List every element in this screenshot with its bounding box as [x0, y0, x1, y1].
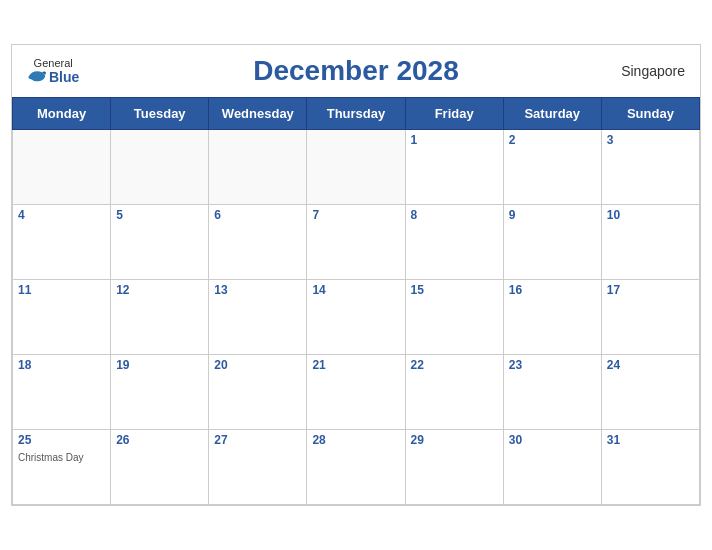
logo: General Blue: [27, 58, 79, 84]
calendar-cell: 1: [405, 130, 503, 205]
calendar-title: December 2028: [253, 55, 458, 87]
calendar-cell: 10: [601, 205, 699, 280]
day-number: 23: [509, 358, 596, 372]
week-row-4: 18192021222324: [13, 355, 700, 430]
day-number: 15: [411, 283, 498, 297]
day-number: 16: [509, 283, 596, 297]
day-number: 13: [214, 283, 301, 297]
calendar-cell: 22: [405, 355, 503, 430]
week-row-5: 25Christmas Day262728293031: [13, 430, 700, 505]
day-number: 6: [214, 208, 301, 222]
calendar-cell: 17: [601, 280, 699, 355]
calendar-cell: 13: [209, 280, 307, 355]
calendar-cell: 11: [13, 280, 111, 355]
day-number: 2: [509, 133, 596, 147]
calendar-cell: 8: [405, 205, 503, 280]
day-number: 8: [411, 208, 498, 222]
calendar-cell: 3: [601, 130, 699, 205]
calendar-header: General Blue December 2028 Singapore: [12, 45, 700, 97]
weekday-tuesday: Tuesday: [111, 98, 209, 130]
day-number: 9: [509, 208, 596, 222]
day-number: 18: [18, 358, 105, 372]
calendar-cell: 30: [503, 430, 601, 505]
weekday-thursday: Thursday: [307, 98, 405, 130]
calendar-cell: 18: [13, 355, 111, 430]
calendar-cell: [209, 130, 307, 205]
day-number: 24: [607, 358, 694, 372]
day-number: 29: [411, 433, 498, 447]
weekday-friday: Friday: [405, 98, 503, 130]
calendar-cell: 27: [209, 430, 307, 505]
day-number: 22: [411, 358, 498, 372]
day-number: 28: [312, 433, 399, 447]
calendar-cell: 12: [111, 280, 209, 355]
logo-blue-text: Blue: [49, 70, 79, 84]
calendar-cell: 20: [209, 355, 307, 430]
weekday-header-row: Monday Tuesday Wednesday Thursday Friday…: [13, 98, 700, 130]
calendar-cell: 26: [111, 430, 209, 505]
day-number: 5: [116, 208, 203, 222]
day-number: 11: [18, 283, 105, 297]
day-number: 20: [214, 358, 301, 372]
calendar-cell: 9: [503, 205, 601, 280]
day-number: 30: [509, 433, 596, 447]
calendar-cell: 5: [111, 205, 209, 280]
day-number: 4: [18, 208, 105, 222]
day-number: 21: [312, 358, 399, 372]
logo-bird-icon: [27, 69, 47, 84]
day-number: 17: [607, 283, 694, 297]
calendar-cell: 2: [503, 130, 601, 205]
weekday-wednesday: Wednesday: [209, 98, 307, 130]
calendar-cell: 23: [503, 355, 601, 430]
calendar-country: Singapore: [621, 63, 685, 79]
day-number: 12: [116, 283, 203, 297]
calendar-cell: 6: [209, 205, 307, 280]
day-number: 26: [116, 433, 203, 447]
weekday-saturday: Saturday: [503, 98, 601, 130]
calendar-cell: 29: [405, 430, 503, 505]
day-number: 10: [607, 208, 694, 222]
calendar-cell: 15: [405, 280, 503, 355]
calendar-cell: 25Christmas Day: [13, 430, 111, 505]
weekday-sunday: Sunday: [601, 98, 699, 130]
calendar-cell: 7: [307, 205, 405, 280]
calendar-cell: [307, 130, 405, 205]
logo-general-text: General: [34, 58, 73, 69]
calendar-cell: 16: [503, 280, 601, 355]
calendar-cell: [13, 130, 111, 205]
day-number: 27: [214, 433, 301, 447]
day-number: 1: [411, 133, 498, 147]
week-row-2: 45678910: [13, 205, 700, 280]
day-number: 7: [312, 208, 399, 222]
day-number: 19: [116, 358, 203, 372]
calendar-cell: 28: [307, 430, 405, 505]
calendar-grid: Monday Tuesday Wednesday Thursday Friday…: [12, 97, 700, 505]
weekday-monday: Monday: [13, 98, 111, 130]
calendar-cell: 4: [13, 205, 111, 280]
calendar-cell: 14: [307, 280, 405, 355]
day-number: 31: [607, 433, 694, 447]
calendar-cell: 31: [601, 430, 699, 505]
calendar-container: General Blue December 2028 Singapore Mon…: [11, 44, 701, 506]
week-row-1: 123: [13, 130, 700, 205]
day-number: 3: [607, 133, 694, 147]
calendar-cell: [111, 130, 209, 205]
day-number: 14: [312, 283, 399, 297]
day-number: 25: [18, 433, 105, 447]
calendar-cell: 24: [601, 355, 699, 430]
calendar-cell: 21: [307, 355, 405, 430]
calendar-cell: 19: [111, 355, 209, 430]
week-row-3: 11121314151617: [13, 280, 700, 355]
day-event: Christmas Day: [18, 452, 84, 463]
